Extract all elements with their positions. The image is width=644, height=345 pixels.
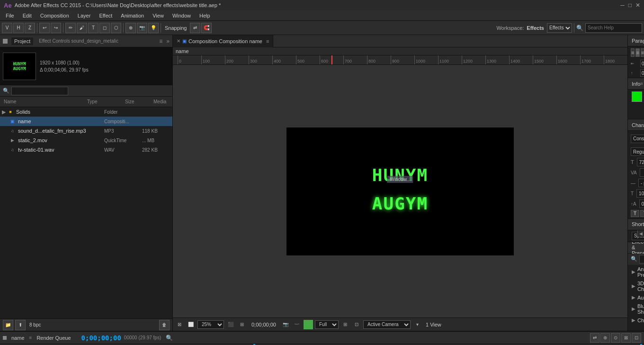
3d-channel-label: 3D Channel	[637, 281, 644, 292]
tool-undo[interactable]: ↩	[39, 23, 50, 33]
tl-ctrl-3[interactable]: ⊙	[611, 333, 620, 343]
tl-ctrl-1[interactable]: ⇄	[590, 333, 599, 343]
menu-composition[interactable]: Composition	[36, 12, 73, 19]
timeline-time-display[interactable]: 0;00;00;00	[81, 334, 121, 342]
file-row-mov[interactable]: ▶ static_2.mov QuickTime ... MB	[0, 136, 172, 145]
window-controls[interactable]: ─ □ ✕	[620, 2, 640, 9]
font-style-input[interactable]	[631, 147, 644, 156]
file-list: ▶ ■ Solids Folder ▣ name Compositi...	[0, 107, 172, 318]
tool-pen[interactable]: ✏	[65, 23, 76, 33]
snapping-magnet[interactable]: 🧲	[201, 23, 212, 33]
space-before-input[interactable]	[640, 69, 644, 77]
tl-ctrl-5[interactable]: ⊡	[632, 333, 641, 343]
stroke-width-input[interactable]	[638, 179, 644, 187]
fit-btn[interactable]: ⬛	[226, 320, 235, 329]
effect-controls-tab[interactable]: Effect Controls sound_design_metalic	[39, 38, 155, 44]
indent-left-input[interactable]	[640, 60, 644, 67]
quality-selector[interactable]: Full	[315, 320, 339, 329]
tool-anchor[interactable]: ⊕	[125, 23, 136, 33]
tool-select[interactable]: V	[2, 23, 12, 33]
baseline-input[interactable]	[639, 200, 644, 208]
workspace-selector[interactable]: Effects	[547, 23, 572, 33]
file-row-solids[interactable]: ▶ ■ Solids Folder	[0, 107, 172, 117]
tl-ctrl-2[interactable]: ⊕	[600, 333, 610, 343]
effects-item-channel[interactable]: ▶ Channel	[628, 316, 644, 325]
project-search-input[interactable]	[11, 87, 68, 95]
menu-file[interactable]: File	[2, 12, 18, 19]
tool-mask[interactable]: ⬡	[111, 23, 121, 33]
menu-effect[interactable]: Effect	[95, 12, 116, 19]
color-btn[interactable]	[304, 320, 313, 329]
effects-item-blur-sharpen[interactable]: ▶ Blur & Sharpen	[628, 302, 644, 316]
info-menu-btn[interactable]: ≡	[640, 81, 643, 86]
align-center-btn[interactable]: ≡	[635, 48, 639, 57]
file-row-wav[interactable]: ♫ tv-static-01.wav WAV 282 KB	[0, 145, 172, 154]
minimize-btn[interactable]: ─	[620, 2, 625, 9]
active-camera-selector[interactable]: Active Camera	[363, 320, 411, 329]
camera-btn[interactable]: 📷	[281, 320, 290, 329]
comp-tab-main[interactable]: ✕ ▣ Composition Composition name ≡	[173, 35, 273, 47]
ruler-mark-700: 700	[343, 55, 367, 64]
panel-expand-btn[interactable]: »	[166, 38, 170, 45]
delete-btn[interactable]: 🗑	[159, 320, 170, 330]
menu-edit[interactable]: Edit	[19, 12, 36, 19]
font-name-input[interactable]	[631, 135, 644, 143]
timeline-comp-tab[interactable]: name	[9, 334, 27, 342]
waveform-btn[interactable]: 〰	[292, 320, 302, 329]
effects-search-input[interactable]	[639, 255, 644, 263]
italic-btn[interactable]: T	[640, 210, 644, 217]
chevron-down-icon[interactable]: ▾	[412, 320, 422, 329]
import-btn[interactable]: ⬆	[15, 320, 26, 330]
timeline-menu-btn[interactable]: ≡	[29, 335, 32, 340]
audio-label: Audio	[637, 295, 644, 300]
menu-help[interactable]: Help	[196, 12, 214, 19]
render-queue-tab[interactable]: Render Queue	[34, 334, 73, 342]
align-right-btn[interactable]: ≡	[641, 48, 644, 57]
tool-zoom[interactable]: Z	[25, 23, 35, 33]
snapping-toggle[interactable]: ⇌	[190, 23, 200, 33]
safe-zones-btn[interactable]: ⬜	[186, 320, 196, 329]
audio-arrow: ▶	[632, 295, 635, 300]
maximize-btn[interactable]: □	[628, 2, 632, 9]
tool-shape[interactable]: ◻	[99, 23, 110, 33]
menu-animation[interactable]: Animation	[117, 12, 148, 19]
snapping-label: Snapping	[163, 25, 189, 31]
render-btn[interactable]: ⊞	[340, 320, 350, 329]
menu-window[interactable]: Window	[169, 12, 195, 19]
comp-tab-menu-btn[interactable]: ≡	[266, 38, 269, 44]
h-scale-input[interactable]	[636, 189, 644, 198]
comp-tab-close-btn[interactable]: ✕	[177, 38, 180, 44]
comp-canvas[interactable]: HUNYM Window... AUGYM	[173, 65, 627, 318]
effects-item-3d-channel[interactable]: ▶ 3D Channel	[628, 279, 644, 293]
bold-btn[interactable]: T	[631, 210, 639, 217]
align-left-btn[interactable]: ≡	[631, 48, 635, 57]
tool-brush[interactable]: 🖌	[77, 23, 87, 33]
menu-view[interactable]: View	[149, 12, 168, 19]
new-folder-btn[interactable]: 📁	[3, 320, 13, 330]
menu-layer[interactable]: Layer	[74, 12, 95, 19]
overlay-btn[interactable]: ⊡	[352, 320, 361, 329]
font-size-input[interactable]	[637, 158, 644, 166]
kerning-input[interactable]	[640, 168, 644, 177]
tool-redo[interactable]: ↪	[51, 23, 61, 33]
effects-item-animation-presets[interactable]: ▶ Animation Presets	[628, 265, 644, 279]
info-color-swatch[interactable]	[632, 91, 642, 102]
tool-camera[interactable]: 📷	[137, 23, 147, 33]
effects-item-audio[interactable]: ▶ Audio	[628, 293, 644, 302]
preview-thumbnail[interactable]: HUNYMAUGYM	[3, 53, 36, 80]
tool-text[interactable]: T	[88, 23, 98, 33]
close-btn[interactable]: ✕	[635, 2, 640, 9]
file-row-mp3[interactable]: ♫ sound_d...etalic_fm_rise.mp3 MP3 118 K…	[0, 126, 172, 136]
search-help-input[interactable]	[585, 23, 642, 33]
file-row-name[interactable]: ▣ name Compositi...	[0, 117, 172, 126]
zoom-selector[interactable]: 25% 50% 100%	[197, 320, 224, 329]
project-header: Project Effect Controls sound_design_met…	[0, 35, 172, 47]
playback-reset-btn[interactable]: ⊠	[175, 320, 184, 329]
tool-light[interactable]: 💡	[148, 23, 159, 33]
project-tab[interactable]: Project	[11, 37, 33, 45]
timeline-search-btn[interactable]: 🔍	[166, 335, 173, 341]
tl-ctrl-4[interactable]: ⊠	[621, 333, 631, 343]
panel-close-btn[interactable]: ≡	[159, 38, 162, 45]
frame-btn[interactable]: ⊞	[237, 320, 247, 329]
tool-hand[interactable]: H	[13, 23, 24, 33]
